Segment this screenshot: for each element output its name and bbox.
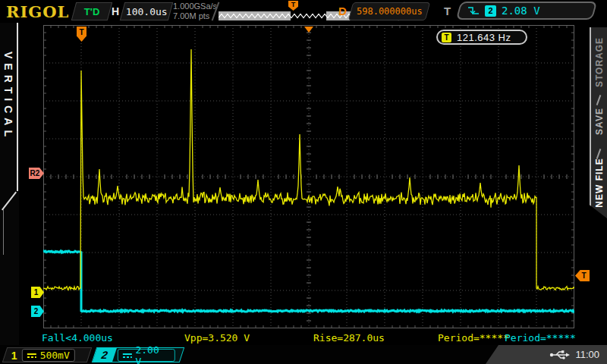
channel1-number: 1 [11,349,17,361]
softkey-storage[interactable]: STORAGE [594,37,605,87]
softkey-menu: STORAGE SAVE NEW FILE [590,27,607,218]
delay-label: D [338,5,347,17]
channel2-number-wrap: 2 [93,348,117,362]
clock: 11:00 [575,349,599,360]
measurement-period1: Period=***** [438,332,509,344]
ref2-position-marker[interactable]: R2 [29,168,44,179]
system-status-area: 11:00 [486,345,607,364]
dc-coupling-icon [123,352,132,358]
trigger-status-label: T'D [84,6,99,17]
measurement-vpp: Vpp=3.520 V [184,332,250,344]
delay-value: 598.000000us [357,6,423,17]
rigol-logo: RIGOL [6,2,69,21]
trigger-label: T [444,5,451,17]
counter-trigger-icon: T [442,33,451,42]
menu-tab-border [3,209,4,255]
measurement-period2: Period=***** [505,332,576,344]
channel1-scale: 500mV [40,350,70,361]
center-position-marker[interactable] [304,27,313,33]
timebase-value: 100.0us [126,6,168,17]
trigger-settings-badge[interactable]: 2 2.08 V [456,2,597,20]
memory-trigger-marker[interactable]: T [288,1,298,11]
menu-tab-border [2,192,17,211]
top-status-bar: RIGOL T'D H 100.0us 1.000GSa/s 7.00M pts… [0,0,607,23]
delay-badge[interactable]: 598.000000us [348,2,430,20]
channel2-badge[interactable]: 2 2.00 V [92,347,184,362]
softkey-save[interactable]: SAVE [594,108,605,135]
trigger-source-badge: 2 [485,5,496,17]
horizontal-label: H [112,5,119,17]
counter-value: 121.643 Hz [457,32,511,43]
waveform-display [43,25,574,328]
trigger-status-badge: T'D [71,2,112,20]
bottom-status-bar: 1 500mV 2 2.00 V [0,345,607,364]
ch2-position-marker[interactable]: 2 [31,306,44,317]
menu-title-vertical: VERTICAL [2,52,14,141]
acquisition-info: 1.000GSa/s 7.00M pts [173,2,217,21]
softkey-new-file[interactable]: NEW FILE [594,158,605,207]
frequency-counter: T 121.643 Hz [436,30,527,45]
separator [596,95,602,105]
right-menu-strip: STORAGE SAVE NEW FILE [575,23,607,345]
measurement-rise: Rise=287.0us [313,332,385,344]
dc-coupling-icon [27,352,36,358]
channel1-badge[interactable]: 1 500mV [2,347,92,362]
timebase-badge[interactable]: 100.0us [120,2,173,20]
usb-icon [549,349,571,360]
ch1-position-marker[interactable]: 1 [31,287,44,298]
oscilloscope-screen: RIGOL T'D H 100.0us 1.000GSa/s 7.00M pts… [0,0,607,364]
falling-edge-icon [467,5,480,16]
left-menu-strip: VERTICAL [0,23,19,345]
channel2-number: 2 [99,349,109,361]
measurement-fall: Fall<4.000us [42,332,113,344]
memory-depth: 7.00M pts [173,11,217,21]
sample-rate: 1.000GSa/s [173,2,217,11]
trigger-level-value: 2.08 V [502,5,540,17]
channel2-scale: 2.00 V [136,344,170,364]
menu-tab-border [17,23,18,191]
